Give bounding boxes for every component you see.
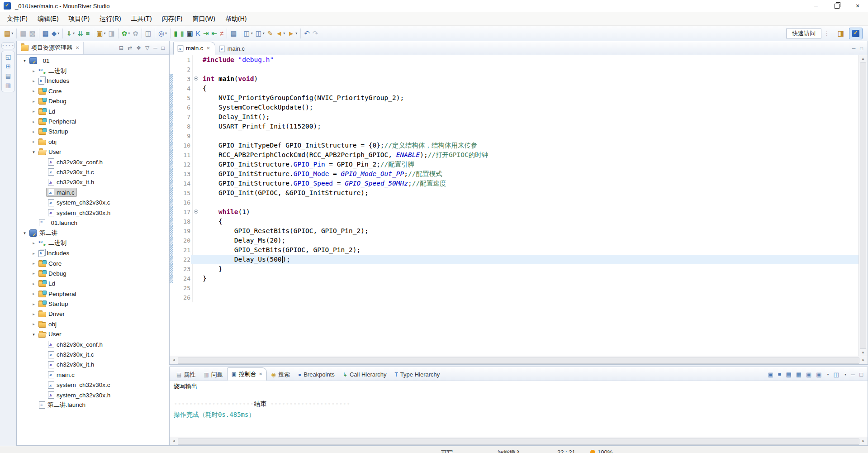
code-line[interactable]: 25 xyxy=(170,283,859,293)
minimize-view-icon[interactable]: ─ xyxy=(851,371,855,378)
tree-item[interactable]: system_ch32v30x.c xyxy=(17,380,169,390)
run-button[interactable]: ✿ xyxy=(131,28,140,39)
code-line[interactable]: 20 Delay_Ms(20); xyxy=(170,236,859,245)
menu-file[interactable]: 文件(F) xyxy=(2,12,33,25)
tree-item[interactable]: ch32v30x_it.h xyxy=(17,177,169,187)
code-line[interactable]: 5 NVIC_PriorityGroupConfig(NVIC_Priority… xyxy=(170,93,859,103)
scroll-lock-icon[interactable]: ▤ xyxy=(786,371,791,378)
rebuild-button[interactable]: ⇊ xyxy=(76,28,85,39)
save-all-button[interactable]: ▩ xyxy=(28,28,37,39)
code-line[interactable]: 6 SystemCoreClockUpdate(); xyxy=(170,103,859,112)
collapsed-arrow-icon[interactable]: ▸ xyxy=(30,119,38,124)
code-line[interactable]: 1#include "debug.h" xyxy=(170,55,859,65)
code-line[interactable]: 2 xyxy=(170,65,859,74)
window-split-button[interactable]: ◫▾ xyxy=(242,28,254,39)
tree-item[interactable]: main.c xyxy=(17,370,169,380)
scroll-down-icon[interactable]: ▼ xyxy=(859,349,867,356)
build-all-button[interactable]: ≡ xyxy=(85,28,91,39)
console-display-button[interactable]: ▤ xyxy=(229,28,238,39)
collapsed-arrow-icon[interactable]: ▸ xyxy=(30,69,38,73)
tree-item[interactable]: ch32v30x_conf.h xyxy=(17,157,169,167)
horizontal-scroll-thumb[interactable] xyxy=(178,358,859,364)
code-line[interactable]: 26 xyxy=(170,293,859,302)
minimize-editor-icon[interactable]: ─ xyxy=(852,46,856,51)
restore-window-button[interactable] xyxy=(826,0,847,12)
console-tab-问题[interactable]: ▥问题 xyxy=(199,368,227,381)
tab-project-explorer[interactable]: 项目资源管理器 ✕ xyxy=(17,42,84,54)
flash-query-button[interactable]: ▮ xyxy=(179,28,185,39)
expanded-arrow-icon[interactable]: ▾ xyxy=(30,150,38,154)
tree-item[interactable]: ch32v30x_it.h xyxy=(17,360,169,370)
code-line[interactable]: 14 GPIO_InitStructure.GPIO_Speed = GPIO_… xyxy=(170,179,859,188)
help-book-icon[interactable]: ▥ xyxy=(2,81,14,90)
tree-item[interactable]: ▸Ld xyxy=(17,106,169,116)
code-line[interactable]: 9 xyxy=(170,131,859,141)
code-line[interactable]: 8 USART_Printf_Init(115200); xyxy=(170,122,859,131)
close-icon[interactable]: ✕ xyxy=(259,372,262,377)
tree-item[interactable]: ▸obj xyxy=(17,137,169,147)
tree-item[interactable]: ch32v30x_it.c xyxy=(17,167,169,177)
minimize-window-button[interactable]: ─ xyxy=(806,0,826,12)
quick-access-field[interactable]: 快速访问 xyxy=(786,29,821,38)
scroll-up-icon[interactable]: ▲ xyxy=(859,55,867,62)
restore-views-icon[interactable]: ◱ xyxy=(2,52,14,62)
console-tab-Call Hierarchy[interactable]: ↳Call Hierarchy xyxy=(339,368,391,381)
search-button[interactable]: ◎▾ xyxy=(157,28,168,39)
new-project-button[interactable]: ▦ xyxy=(41,28,50,39)
collapsed-arrow-icon[interactable]: ▸ xyxy=(30,322,38,326)
link-editor-icon[interactable]: ⇄ xyxy=(128,45,132,51)
scroll-right-icon[interactable]: ► xyxy=(860,357,867,364)
code-line[interactable]: 12 GPIO_InitStructure.GPIO_Pin = GPIO_Pi… xyxy=(170,160,859,169)
tree-item[interactable]: ▾User xyxy=(17,147,169,157)
code-line[interactable]: 23 } xyxy=(170,264,859,274)
collapse-all-icon[interactable]: ⊟ xyxy=(119,45,123,51)
expanded-arrow-icon[interactable]: ▾ xyxy=(30,332,38,337)
minimize-view-icon[interactable]: ─ xyxy=(153,45,157,51)
tree-item[interactable]: ▸Debug xyxy=(17,268,169,278)
step-return-button[interactable]: ⇤ xyxy=(210,28,218,39)
back-button[interactable]: ◄▾ xyxy=(274,28,286,39)
console-tab-属性[interactable]: ▤属性 xyxy=(172,368,199,381)
display-selected-console-icon[interactable]: ▣ xyxy=(816,371,821,378)
code-line[interactable]: 16 xyxy=(170,198,859,207)
tree-item[interactable]: ▸Includes xyxy=(17,76,169,86)
tree-item[interactable]: ▾_01 xyxy=(17,56,169,66)
build-button[interactable]: ⇓▾ xyxy=(65,28,76,39)
maximize-view-icon[interactable]: □ xyxy=(859,371,863,378)
new-button[interactable]: ▤▾ xyxy=(3,28,14,39)
open-perspective-button[interactable]: ◨ xyxy=(835,28,847,39)
rail-grip-icon[interactable]: • • • • xyxy=(3,43,14,47)
collapsed-arrow-icon[interactable]: ▸ xyxy=(30,139,38,144)
vertical-scroll-thumb[interactable] xyxy=(860,62,866,349)
code-line[interactable]: 24} xyxy=(170,274,859,283)
word-wrap-icon[interactable]: ≡ xyxy=(778,371,782,378)
collapsed-arrow-icon[interactable]: ▸ xyxy=(30,251,38,256)
tree-item[interactable]: _01.launch xyxy=(17,218,169,228)
editor-horizontal-scrollbar[interactable]: ◄ ► xyxy=(170,356,868,364)
close-window-button[interactable]: ✕ xyxy=(847,0,868,12)
tree-item[interactable]: ▾第二讲 xyxy=(17,228,169,238)
sdk-button[interactable]: K xyxy=(194,28,202,39)
collapsed-arrow-icon[interactable]: ▸ xyxy=(30,312,38,316)
menu-run[interactable]: 运行(R) xyxy=(95,12,126,25)
code-line[interactable]: 11 RCC_APB2PeriphClockCmd(RCC_APB2Periph… xyxy=(170,150,859,160)
debug-button[interactable]: ✿▾ xyxy=(120,28,132,39)
collapsed-arrow-icon[interactable]: ▸ xyxy=(30,261,38,266)
tree-item[interactable]: main.c xyxy=(17,187,169,197)
menu-tools[interactable]: 工具(T) xyxy=(126,12,157,25)
annotate-button[interactable]: ✎ xyxy=(266,28,275,39)
tree-item[interactable]: ▸Debug xyxy=(17,96,169,106)
view-settings-icon[interactable]: ❖ xyxy=(136,45,141,51)
flash-download-button[interactable]: ▮ xyxy=(172,28,179,39)
horizontal-scroll-thumb[interactable] xyxy=(178,439,859,445)
maximize-editor-icon[interactable]: □ xyxy=(860,46,863,51)
collapse-toggle-icon[interactable] xyxy=(194,76,198,81)
maximize-view-icon[interactable]: □ xyxy=(161,45,165,51)
code-line[interactable]: 13 GPIO_InitStructure.GPIO_Mode = GPIO_M… xyxy=(170,169,859,179)
tree-item[interactable]: ▸obj xyxy=(17,319,169,329)
scroll-left-icon[interactable]: ◄ xyxy=(170,357,177,364)
open-console-icon[interactable]: ◫ xyxy=(834,371,839,378)
disassembly-button[interactable]: ≠ xyxy=(218,28,225,39)
menu-flash[interactable]: 闪存(F) xyxy=(157,12,188,25)
code-line[interactable]: 15 GPIO_Init(GPIOC, &GPIO_InitStructure)… xyxy=(170,188,859,198)
